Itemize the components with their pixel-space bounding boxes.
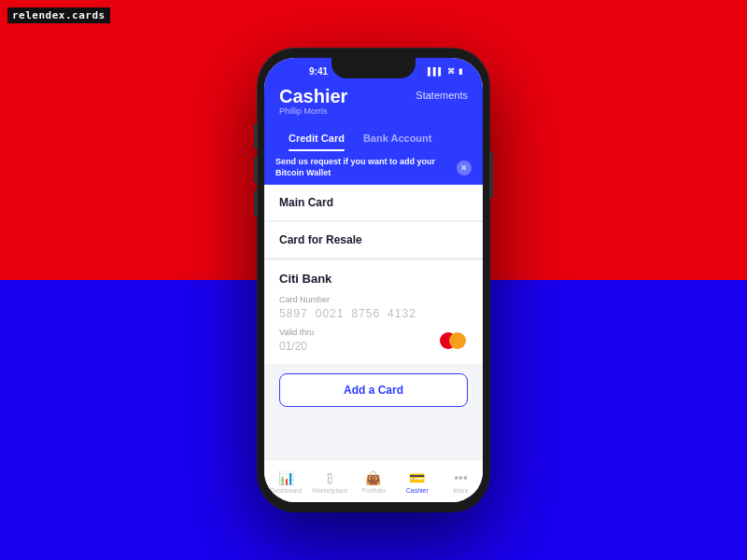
add-card-button[interactable]: Add a Card	[279, 373, 468, 407]
bitcoin-close-button[interactable]: ✕	[457, 161, 472, 175]
card-item-main-label: Main Card	[279, 196, 468, 209]
valid-thru-value: 01/20	[279, 340, 314, 353]
banner-text: Send us request if you want to add your …	[275, 157, 457, 178]
battery-icon: ▮	[458, 67, 462, 76]
card-num-3: 8756	[351, 307, 380, 320]
card-item-main[interactable]: Main Card	[264, 185, 483, 221]
marketplace-icon: ₿	[327, 470, 333, 485]
nav-item-cashier[interactable]: 💳 Cashier	[395, 470, 439, 494]
card-number-label: Card Number	[279, 295, 468, 304]
app-subtitle: Phillip Morris	[279, 106, 347, 116]
bitcoin-banner: Send us request if you want to add your …	[264, 151, 483, 185]
mastercard-logo	[440, 331, 468, 350]
status-time: 9:41	[309, 66, 328, 77]
statements-link[interactable]: Statements	[416, 90, 468, 101]
watermark-subtitle: redmadrobot	[7, 25, 110, 35]
silent-switch	[254, 190, 258, 217]
valid-thru-label: Valid thru	[279, 328, 314, 337]
nav-item-more[interactable]: ••• More	[439, 470, 483, 494]
watermark: relendex.cards redmadrobot	[7, 7, 110, 35]
phone-mockup: 9:41 ▌▌▌ ⌘ ▮ Cashier Phillip Morris Stat…	[258, 49, 489, 511]
mc-yellow-circle	[449, 332, 466, 349]
header-left: Cashier Phillip Morris	[279, 86, 347, 116]
more-icon: •••	[454, 470, 468, 485]
power-button	[489, 151, 493, 198]
bank-name: Citi Bank	[279, 272, 468, 286]
bitcoin-wallet-label: Bitcoin Wallet	[275, 168, 331, 177]
nav-item-dashboard[interactable]: 📊 Dashboard	[264, 470, 308, 494]
banner-message: Send us request if you want to add your	[275, 157, 435, 166]
tab-credit-card[interactable]: Credit Card	[279, 127, 354, 151]
app-title: Cashier	[279, 86, 347, 106]
wifi-icon: ⌘	[447, 67, 455, 76]
tab-bank-account[interactable]: Bank Account	[354, 127, 442, 151]
nav-item-portfolio[interactable]: 👜 Portfolio	[352, 470, 396, 494]
phone-screen: 9:41 ▌▌▌ ⌘ ▮ Cashier Phillip Morris Stat…	[264, 58, 483, 502]
card-num-1: 5897	[279, 307, 308, 320]
phone-notch	[331, 58, 416, 78]
signal-icon: ▌▌▌	[428, 67, 444, 76]
portfolio-icon: 👜	[365, 470, 381, 485]
card-num-4: 4132	[388, 307, 416, 320]
dashboard-label: Dashboard	[270, 487, 302, 494]
valid-left: Valid thru 01/20	[279, 328, 314, 353]
app-header: Cashier Phillip Morris Statements	[264, 82, 483, 127]
card-item-resale[interactable]: Card for Resale	[264, 222, 483, 259]
bottom-nav: 📊 Dashboard ₿ Marketplace 👜 Portfolio 💳 …	[264, 459, 483, 502]
more-label: More	[454, 487, 469, 494]
tabs: Credit Card Bank Account	[264, 127, 483, 151]
card-item-resale-label: Card for Resale	[279, 233, 468, 246]
card-number: 5897 0021 8756 4132	[279, 307, 468, 320]
watermark-title: relendex.cards	[7, 7, 110, 23]
portfolio-label: Portfolio	[361, 487, 386, 494]
card-num-2: 0021	[316, 307, 345, 320]
nav-item-marketplace[interactable]: ₿ Marketplace	[308, 470, 352, 494]
status-icons: ▌▌▌ ⌘ ▮	[428, 67, 462, 76]
marketplace-label: Marketplace	[312, 487, 347, 494]
header-top: Cashier Phillip Morris Statements	[279, 86, 468, 116]
main-content: Main Card Card for Resale Citi Bank Card…	[264, 185, 483, 459]
cards-section: Main Card Card for Resale	[264, 185, 483, 259]
phone-body: 9:41 ▌▌▌ ⌘ ▮ Cashier Phillip Morris Stat…	[258, 49, 489, 511]
spacer	[264, 416, 483, 459]
volume-up-button	[254, 123, 258, 149]
volume-down-button	[254, 157, 258, 183]
cashier-icon: 💳	[409, 470, 425, 485]
card-detail: Citi Bank Card Number 5897 0021 8756 413…	[264, 259, 483, 364]
dashboard-icon: 📊	[278, 470, 294, 485]
valid-row: Valid thru 01/20	[279, 328, 468, 353]
cashier-label: Cashier	[406, 487, 429, 494]
